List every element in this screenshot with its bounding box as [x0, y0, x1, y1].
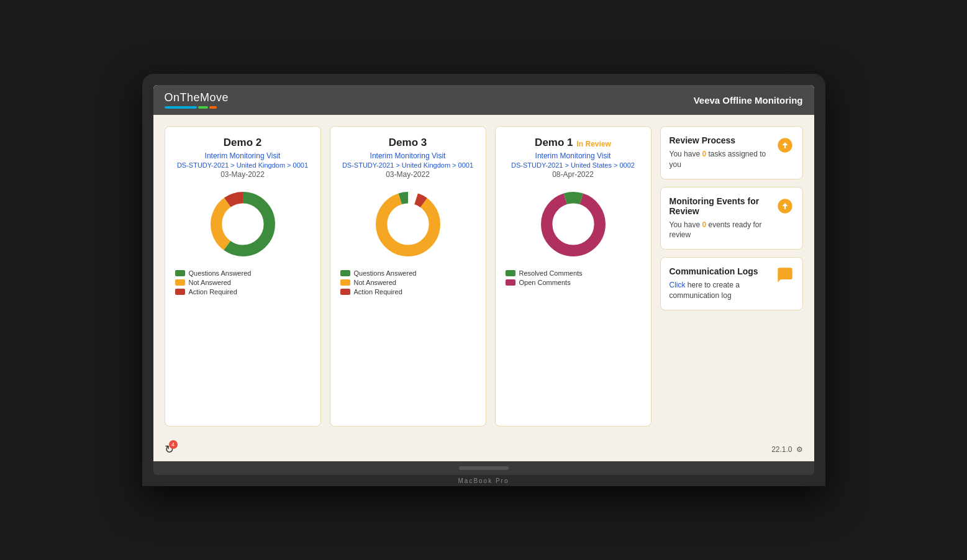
legend-item-action-3: Action Required [340, 288, 476, 296]
demo1-card[interactable]: Demo 1 In Review Interim Monitoring Visi… [495, 126, 651, 427]
logo-area: OnTheMove [165, 91, 229, 109]
demo2-path: DS-STUDY-2021 > United Kingdom > 0001 [177, 161, 308, 169]
logo-bar-orange [209, 106, 217, 109]
review-process-content: Review Process You have 0 tasks assigned… [670, 135, 770, 170]
laptop-notch [459, 466, 509, 470]
demo2-subtitle: Interim Monitoring Visit [205, 151, 281, 160]
legend-color-red-3 [340, 289, 350, 295]
demo2-footer-bars [238, 304, 248, 306]
legend-color-green [175, 270, 185, 276]
monitoring-text-before: You have [670, 220, 702, 229]
demo3-donut [374, 190, 442, 258]
legend-label-resolved: Resolved Comments [519, 269, 583, 277]
legend-item-answered-3: Questions Answered [340, 269, 476, 277]
legend-color-open [506, 279, 515, 286]
review-process-title: Review Process [670, 135, 770, 145]
demo2-legend: Questions Answered Not Answered Action R… [175, 269, 311, 297]
svg-point-7 [389, 205, 427, 243]
main-content: Demo 2 Interim Monitoring Visit DS-STUDY… [153, 115, 814, 438]
laptop-screen: OnTheMove Veeva Offline Monitoring Demo … [153, 85, 814, 461]
laptop-base: MacBook Pro [153, 475, 814, 486]
header-title: Veeva Offline Monitoring [694, 95, 803, 106]
logo-bar-green [198, 106, 208, 109]
demo1-title: Demo 1 [535, 137, 573, 149]
legend-label-not-answered: Not Answered [189, 279, 231, 286]
logo-bars [165, 106, 229, 109]
logo-text: OnTheMove [165, 91, 229, 104]
legend-color-resolved [506, 270, 515, 276]
monitoring-upload-icon [776, 197, 794, 219]
demo2-title: Demo 2 [224, 137, 261, 149]
monitoring-events-card[interactable]: Monitoring Events for Review You have 0 … [660, 187, 803, 250]
demo3-subtitle: Interim Monitoring Visit [370, 151, 446, 160]
svg-point-10 [554, 205, 592, 243]
monitoring-events-title: Monitoring Events for Review [670, 196, 770, 216]
communication-logs-chat-icon [776, 266, 794, 288]
sync-badge: 4 [169, 440, 178, 449]
legend-color-orange-3 [340, 279, 350, 286]
communication-logs-click[interactable]: Click [670, 281, 686, 289]
legend-label-action-3: Action Required [354, 288, 402, 296]
demo1-donut [539, 190, 607, 258]
review-process-text: You have 0 tasks assigned to you [670, 149, 770, 170]
legend-color-green-3 [340, 270, 350, 276]
legend-item-action-required: Action Required [175, 288, 311, 296]
communication-logs-text: Click here to create a communication log [670, 280, 770, 301]
demo3-footer-bars [403, 304, 413, 306]
sidebar: Review Process You have 0 tasks assigned… [660, 126, 803, 427]
footer-sync[interactable]: ↻ 4 [165, 443, 174, 456]
footer-bar-area: ↻ 4 22.1.0 ⚙ [153, 438, 814, 461]
legend-item-open: Open Comments [506, 279, 641, 286]
laptop-bottom [153, 461, 814, 475]
legend-label-not-answered-3: Not Answered [354, 279, 396, 286]
demo1-path: DS-STUDY-2021 > United States > 0002 [511, 161, 635, 169]
version-text: 22.1.0 [771, 445, 792, 454]
demo3-card[interactable]: Demo 3 Interim Monitoring Visit DS-STUDY… [330, 126, 486, 427]
communication-logs-card[interactable]: Communication Logs Click here to create … [660, 257, 803, 310]
demo2-date: 03-May-2022 [220, 170, 265, 179]
legend-color-orange [175, 279, 185, 286]
svg-point-3 [224, 205, 261, 243]
legend-item-resolved: Resolved Comments [506, 269, 641, 277]
logo-bar-blue [165, 106, 197, 109]
settings-icon[interactable]: ⚙ [796, 445, 803, 454]
legend-item-answered: Questions Answered [175, 269, 311, 277]
demo1-date: 08-Apr-2022 [552, 170, 594, 179]
legend-label-answered: Questions Answered [189, 269, 252, 277]
cards-area: Demo 2 Interim Monitoring Visit DS-STUDY… [165, 126, 651, 427]
demo2-donut [209, 190, 277, 258]
demo3-path: DS-STUDY-2021 > United Kingdom > 0001 [342, 161, 473, 169]
legend-item-not-answered-3: Not Answered [340, 279, 476, 286]
footer-version: 22.1.0 ⚙ [771, 445, 802, 454]
laptop-frame: OnTheMove Veeva Offline Monitoring Demo … [142, 74, 825, 486]
legend-item-not-answered: Not Answered [175, 279, 311, 286]
demo3-date: 03-May-2022 [386, 170, 430, 179]
laptop-label: MacBook Pro [458, 477, 509, 484]
review-process-upload-icon [776, 137, 794, 158]
communication-logs-content: Communication Logs Click here to create … [670, 266, 770, 301]
legend-label-action: Action Required [189, 288, 237, 296]
demo1-footer-bars [571, 294, 576, 297]
legend-label-answered-3: Questions Answered [354, 269, 417, 277]
monitoring-events-content: Monitoring Events for Review You have 0 … [670, 196, 770, 241]
legend-color-red [175, 289, 185, 295]
review-text-before: You have [670, 150, 702, 158]
demo3-title: Demo 3 [389, 137, 427, 149]
communication-logs-title: Communication Logs [670, 266, 770, 276]
legend-label-open: Open Comments [519, 279, 571, 286]
demo3-legend: Questions Answered Not Answered Action R… [340, 269, 476, 297]
monitoring-events-text: You have 0 events ready for review [670, 220, 770, 241]
demo2-card[interactable]: Demo 2 Interim Monitoring Visit DS-STUDY… [165, 126, 321, 427]
demo1-subtitle: Interim Monitoring Visit [535, 151, 611, 160]
review-process-card[interactable]: Review Process You have 0 tasks assigned… [660, 126, 803, 179]
app-header: OnTheMove Veeva Offline Monitoring [153, 85, 814, 115]
in-review-badge: In Review [577, 140, 611, 148]
demo1-legend: Resolved Comments Open Comments [506, 269, 641, 288]
